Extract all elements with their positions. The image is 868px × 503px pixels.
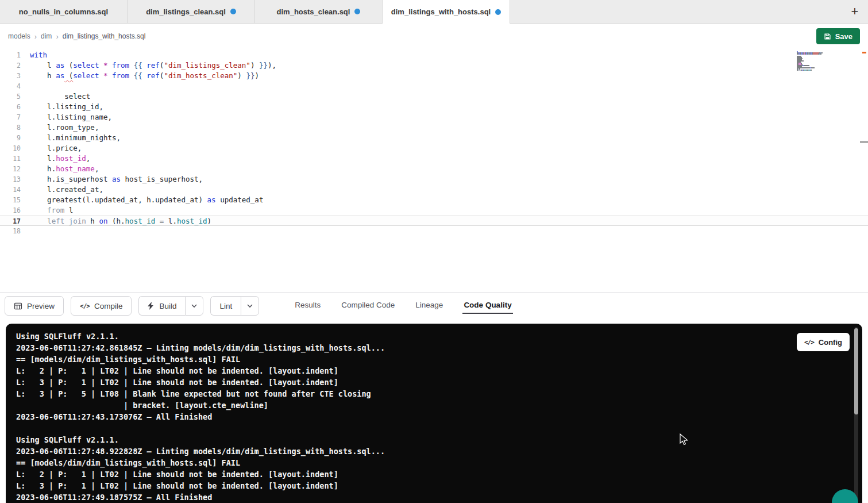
code-line-1[interactable]: 1with [0, 50, 868, 60]
config-button[interactable]: </> Config [797, 333, 850, 351]
terminal-line: Using SQLFluff v2.1.1. [16, 331, 851, 342]
build-dropdown-button[interactable] [185, 296, 203, 316]
terminal-line [16, 423, 851, 434]
chevron-down-icon [247, 304, 253, 308]
code-line-14[interactable]: 14 l.created_at, [0, 185, 868, 195]
code-line-6[interactable]: 6 l.listing_id, [0, 102, 868, 112]
compile-button[interactable]: </> Compile [71, 296, 132, 316]
line-number: 5 [0, 91, 21, 102]
terminal-line: 2023-06-06T11:27:42.861845Z — Linting mo… [16, 342, 851, 354]
file-tab-label: no_nulls_in_columns.sql [19, 7, 108, 16]
breadcrumb-item[interactable]: dim_listings_with_hosts.sql [63, 32, 146, 40]
lint-error-marker-icon [862, 52, 866, 53]
line-text: l.room_type, [30, 122, 99, 133]
line-text: l.minimum_nights, [30, 133, 121, 143]
terminal-output: Using SQLFluff v2.1.1.2023-06-06T11:27:4… [16, 331, 851, 503]
line-number: 1 [0, 50, 21, 60]
line-number: 12 [0, 164, 21, 174]
line-text: l.listing_name, [30, 112, 112, 122]
chevron-down-icon [191, 304, 197, 308]
line-number: 6 [0, 102, 21, 112]
code-line-13[interactable]: 13 h.is_superhost as host_is_superhost, [0, 174, 868, 185]
line-text: h.is_superhost as host_is_superhost, [30, 174, 203, 185]
preview-button[interactable]: Preview [5, 296, 64, 316]
build-bolt-icon [148, 302, 155, 310]
build-label: Build [159, 302, 176, 310]
line-number: 14 [0, 185, 21, 195]
code-icon: </> [804, 339, 814, 346]
save-icon [824, 33, 831, 40]
code-editor[interactable]: 1with2 l as (select * from {{ ref("dim_l… [0, 49, 868, 292]
line-number: 11 [0, 153, 21, 164]
unsaved-changes-dot-icon [495, 9, 501, 15]
panel-tab-lineage[interactable]: Lineage [414, 298, 444, 314]
terminal-line: L: 3 | P: 1 | LT02 | Line should not be … [16, 480, 851, 492]
editor-scrollbar-handle[interactable] [860, 141, 868, 143]
breadcrumb: models›dim›dim_listings_with_hosts.sql [8, 32, 145, 41]
file-tab-dim_listings_with_hosts.sql[interactable]: dim_listings_with_hosts.sql [383, 0, 510, 24]
line-number: 7 [0, 112, 21, 122]
file-tabs: no_nulls_in_columns.sqldim_listings_clea… [0, 0, 842, 23]
line-number: 13 [0, 174, 21, 185]
new-tab-button[interactable]: + [842, 0, 868, 23]
code-icon: </> [80, 302, 90, 310]
line-number: 15 [0, 195, 21, 205]
line-text: l.listing_id, [30, 102, 103, 112]
line-text: h.host_name, [30, 164, 99, 174]
panel-tab-compiled-code[interactable]: Compiled Code [340, 298, 396, 314]
line-number: 9 [0, 133, 21, 143]
code-line-3[interactable]: 3 h as (select * from {{ ref("dim_hosts_… [0, 71, 868, 81]
file-tab-no_nulls_in_columns.sql[interactable]: no_nulls_in_columns.sql [0, 0, 128, 23]
code-line-4[interactable]: 4 [0, 81, 868, 91]
lint-button[interactable]: Lint [210, 296, 241, 316]
preview-table-icon [14, 302, 22, 310]
code-line-10[interactable]: 10 l.price, [0, 143, 868, 153]
file-tab-dim_hosts_clean.sql[interactable]: dim_hosts_clean.sql [255, 0, 383, 23]
line-text: l.created_at, [30, 185, 103, 195]
code-line-18[interactable]: 18 [0, 226, 868, 236]
terminal-scrollbar-thumb[interactable] [854, 328, 858, 414]
panel-tab-code-quality[interactable]: Code Quality [462, 298, 512, 314]
breadcrumb-item[interactable]: models [8, 32, 30, 40]
file-tab-label: dim_listings_clean.sql [146, 7, 226, 16]
action-bar: Preview </> Compile Build Lint ResultsCo… [0, 293, 868, 324]
code-line-8[interactable]: 8 l.room_type, [0, 122, 868, 133]
code-line-16[interactable]: 16 from l [0, 205, 868, 216]
file-tab-dim_listings_clean.sql[interactable]: dim_listings_clean.sql [128, 0, 255, 23]
terminal-line: L: 3 | P: 5 | LT08 | Blank line expected… [16, 388, 851, 400]
editor-minimap[interactable] [797, 51, 842, 72]
code-line-11[interactable]: 11 l.host_id, [0, 153, 868, 164]
terminal-line: 2023-06-06T11:27:43.173076Z — All Finish… [16, 411, 851, 423]
breadcrumb-item[interactable]: dim [41, 32, 52, 40]
terminal-scrollbar-track[interactable] [854, 327, 858, 500]
line-text: left join h on (h.host_id = l.host_id) [30, 216, 211, 225]
code-line-17[interactable]: 17 left join h on (h.host_id = l.host_id… [0, 216, 868, 226]
terminal-line: | bracket. [layout.cte_newline] [16, 400, 851, 411]
editor-code: 1with2 l as (select * from {{ ref("dim_l… [0, 50, 868, 236]
save-button[interactable]: Save [816, 28, 860, 44]
code-line-5[interactable]: 5 select [0, 91, 868, 102]
code-line-9[interactable]: 9 l.minimum_nights, [0, 133, 868, 143]
build-button[interactable]: Build [138, 296, 185, 316]
lint-dropdown-button[interactable] [241, 296, 259, 316]
code-line-15[interactable]: 15 greatest(l.updated_at, h.updated_at) … [0, 195, 868, 205]
save-label: Save [835, 32, 852, 41]
line-number: 3 [0, 71, 21, 81]
lint-button-group: Lint [210, 296, 259, 316]
terminal-line: Using SQLFluff v2.1.1. [16, 434, 851, 446]
terminal-line: L: 3 | P: 1 | LT02 | Line should not be … [16, 377, 851, 388]
code-line-2[interactable]: 2 l as (select * from {{ ref("dim_listin… [0, 60, 868, 71]
panel-tab-results[interactable]: Results [294, 298, 322, 314]
terminal-line: 2023-06-06T11:27:49.187575Z — All Finish… [16, 492, 851, 503]
line-number: 8 [0, 122, 21, 133]
unsaved-changes-dot-icon [230, 9, 236, 14]
line-text: l.price, [30, 143, 82, 153]
code-line-12[interactable]: 12 h.host_name, [0, 164, 868, 174]
terminal-line: L: 2 | P: 1 | LT02 | Line should not be … [16, 469, 851, 480]
code-line-7[interactable]: 7 l.listing_name, [0, 112, 868, 122]
lint-label: Lint [219, 302, 232, 310]
line-number: 2 [0, 60, 21, 71]
line-text: with [30, 50, 47, 60]
line-number: 10 [0, 143, 21, 153]
preview-label: Preview [27, 302, 55, 310]
